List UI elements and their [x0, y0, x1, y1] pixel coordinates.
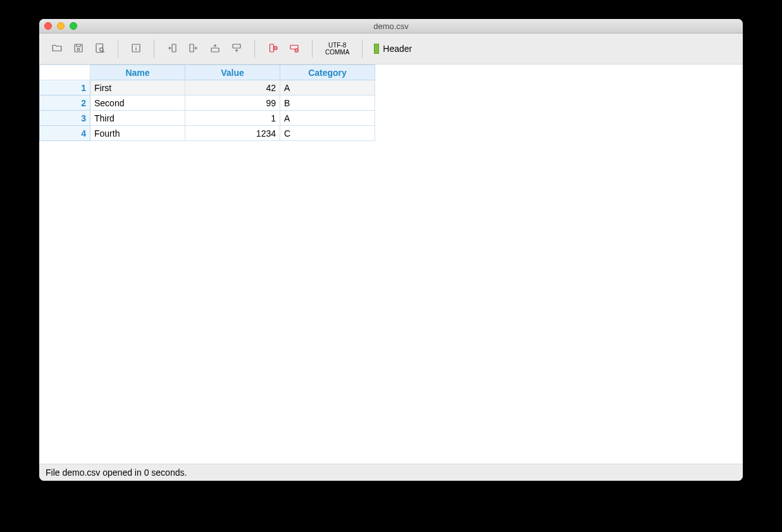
statusbar: File demo.csv opened in 0 seconds.: [39, 464, 743, 481]
table-header-row: Name Value Category: [40, 65, 375, 80]
search-in-file-icon: [94, 42, 106, 56]
cell-value[interactable]: 1234: [185, 126, 280, 141]
info-icon: [130, 42, 142, 56]
table-row[interactable]: 3 Third 1 A: [40, 111, 375, 126]
svg-rect-17: [233, 44, 240, 48]
cell-name[interactable]: Fourth: [90, 126, 185, 141]
cell-name[interactable]: First: [90, 80, 185, 96]
insert-column-right-button[interactable]: [185, 40, 202, 58]
encoding-line1: UTF-8: [328, 42, 346, 49]
toolbar-separator: [254, 40, 255, 58]
svg-rect-14: [211, 48, 219, 52]
table-row[interactable]: 4 Fourth 1234 C: [40, 126, 375, 141]
header-toggle-marker-icon: [374, 44, 379, 54]
table-row[interactable]: 2 Second 99 B: [40, 96, 375, 111]
toolbar: UTF-8 COMMA Header: [39, 34, 743, 65]
toolbar-separator: [362, 40, 363, 58]
insert-column-right-icon: [188, 42, 199, 56]
cell-category[interactable]: A: [280, 80, 375, 96]
data-table: Name Value Category 1 First 42 A 2 Secon…: [39, 65, 375, 141]
cell-category[interactable]: C: [280, 126, 375, 141]
encoding-line2: COMMA: [325, 49, 349, 56]
svg-rect-20: [270, 44, 274, 52]
toolbar-separator: [118, 40, 118, 58]
svg-point-7: [135, 46, 136, 46]
insert-row-above-button[interactable]: [206, 40, 224, 58]
cell-name[interactable]: Second: [90, 96, 185, 111]
delete-column-button[interactable]: [264, 40, 282, 58]
zoom-window-button[interactable]: [70, 22, 77, 30]
cell-category[interactable]: A: [280, 111, 375, 126]
svg-point-1: [77, 48, 80, 51]
titlebar[interactable]: demo.csv: [39, 19, 743, 34]
row-number[interactable]: 1: [40, 80, 90, 96]
delete-row-icon: [289, 42, 300, 56]
app-window: demo.csv: [39, 19, 743, 481]
svg-rect-8: [172, 44, 176, 52]
row-number[interactable]: 2: [40, 96, 90, 111]
svg-rect-11: [190, 44, 194, 52]
find-button[interactable]: [91, 40, 109, 58]
cell-name[interactable]: Third: [90, 111, 185, 126]
toolbar-separator: [312, 40, 313, 58]
delete-row-button[interactable]: [285, 40, 303, 58]
window-title: demo.csv: [39, 22, 743, 31]
close-window-button[interactable]: [44, 22, 52, 30]
insert-row-below-button[interactable]: [228, 40, 245, 58]
header-toggle[interactable]: Header: [374, 44, 412, 54]
toolbar-separator: [154, 40, 154, 58]
traffic-lights: [44, 22, 77, 30]
insert-column-left-button[interactable]: [163, 40, 181, 58]
content-area[interactable]: Name Value Category 1 First 42 A 2 Secon…: [39, 65, 743, 464]
info-button[interactable]: [127, 40, 145, 58]
save-file-button[interactable]: [70, 40, 87, 58]
cell-value[interactable]: 42: [185, 80, 280, 96]
cell-category[interactable]: B: [280, 96, 375, 111]
table-corner[interactable]: [40, 65, 90, 80]
folder-icon: [51, 42, 63, 56]
column-header-name[interactable]: Name: [90, 65, 185, 80]
table-row[interactable]: 1 First 42 A: [40, 80, 375, 96]
row-number[interactable]: 3: [40, 111, 90, 126]
column-header-category[interactable]: Category: [280, 65, 375, 80]
insert-row-above-icon: [209, 42, 221, 56]
row-number[interactable]: 4: [40, 126, 90, 141]
insert-row-below-icon: [231, 42, 242, 56]
column-header-value[interactable]: Value: [185, 65, 280, 80]
open-file-button[interactable]: [48, 40, 66, 58]
save-icon: [73, 42, 84, 56]
cell-value[interactable]: 99: [185, 96, 280, 111]
cell-value[interactable]: 1: [185, 111, 280, 126]
insert-column-left-icon: [166, 42, 178, 56]
delete-column-icon: [267, 42, 278, 56]
table-body: 1 First 42 A 2 Second 99 B 3 Third 1 A: [40, 80, 375, 141]
status-text: File demo.csv opened in 0 seconds.: [46, 467, 187, 478]
encoding-indicator[interactable]: UTF-8 COMMA: [321, 42, 353, 56]
minimize-window-button[interactable]: [57, 22, 65, 30]
header-toggle-label: Header: [383, 44, 412, 54]
